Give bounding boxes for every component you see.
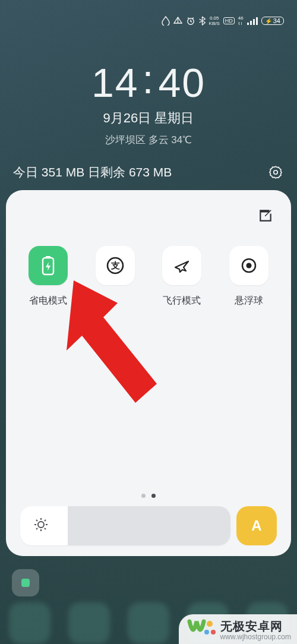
net-speed-indicator: 0.05 KB/S [209, 15, 220, 26]
svg-rect-5 [256, 17, 258, 25]
page-dot-active [151, 494, 156, 498]
tile-alipay[interactable]: 支 [96, 246, 135, 307]
clock-weather: 沙坪坝区 多云 34℃ [0, 133, 297, 147]
tile-label: 省电模式 [29, 295, 67, 307]
svg-line-21 [45, 520, 46, 521]
watermark: 无极安卓网 www.wjhostgroup.com [179, 614, 297, 644]
svg-point-23 [207, 621, 213, 627]
sun-icon [33, 517, 49, 535]
svg-point-25 [211, 630, 216, 634]
settings-icon[interactable] [267, 164, 284, 181]
lockscreen-clock: 14:40 9月26日 星期日 沙坪坝区 多云 34℃ [0, 59, 297, 147]
edit-tiles-button[interactable] [258, 208, 273, 223]
watermark-title: 无极安卓网 [220, 620, 291, 633]
brightness-row: A [20, 506, 277, 545]
status-bar: 0.05 KB/S HD 46 tl ⚡ 34 [0, 0, 297, 42]
brightness-slider[interactable] [20, 506, 230, 545]
watermark-url: www.wjhostgroup.com [220, 633, 291, 642]
alipay-icon: 支 [96, 246, 135, 285]
dock-app-shortcut[interactable] [12, 569, 39, 596]
tiles-row: 省电模式 支 飞行模式 悬浮球 [20, 246, 277, 307]
svg-point-12 [246, 263, 251, 269]
airplane-icon [162, 246, 201, 285]
svg-rect-8 [46, 256, 50, 258]
page-indicator [20, 494, 277, 498]
water-drop-icon [162, 16, 170, 26]
dnd-icon [173, 17, 182, 26]
svg-point-6 [274, 171, 278, 175]
watermark-logo-icon [187, 618, 217, 643]
battery-saver-icon [29, 246, 68, 285]
data-usage-row: 今日 351 MB 日剩余 673 MB [0, 164, 297, 181]
bluetooth-icon [199, 16, 206, 26]
page-dot [141, 494, 146, 498]
svg-rect-2 [247, 23, 249, 25]
clock-date: 9月26日 星期日 [0, 109, 297, 127]
svg-text:支: 支 [110, 260, 119, 270]
battery-indicator: ⚡ 34 [261, 17, 284, 25]
auto-brightness-label: A [251, 517, 261, 534]
tile-power-save[interactable]: 省电模式 [29, 246, 68, 307]
tile-label: 飞行模式 [163, 295, 201, 307]
hd-badge: HD [223, 17, 235, 24]
tile-label: 悬浮球 [235, 295, 263, 307]
net-speed-unit: KB/S [209, 21, 220, 26]
svg-rect-3 [250, 21, 252, 25]
target-icon [229, 246, 268, 285]
svg-point-14 [38, 522, 44, 528]
svg-line-19 [36, 520, 37, 521]
network-type: 46 tl [238, 15, 244, 26]
bolt-icon: ⚡ [265, 18, 272, 24]
battery-percent: 34 [273, 17, 280, 24]
alarm-icon [186, 16, 195, 26]
tile-float-ball[interactable]: 悬浮球 [229, 246, 268, 307]
clock-time: 14:40 [0, 59, 297, 106]
data-usage-text: 今日 351 MB 日剩余 673 MB [13, 164, 172, 181]
svg-rect-4 [253, 19, 255, 25]
net-speed-value: 0.05 [209, 15, 220, 21]
svg-line-22 [36, 528, 37, 529]
auto-brightness-button[interactable]: A [236, 506, 277, 545]
svg-point-24 [204, 630, 209, 634]
tile-airplane[interactable]: 飞行模式 [162, 246, 201, 307]
svg-line-20 [45, 528, 46, 529]
signal-icon [247, 17, 258, 25]
quick-settings-panel: 省电模式 支 飞行模式 悬浮球 [6, 190, 291, 556]
